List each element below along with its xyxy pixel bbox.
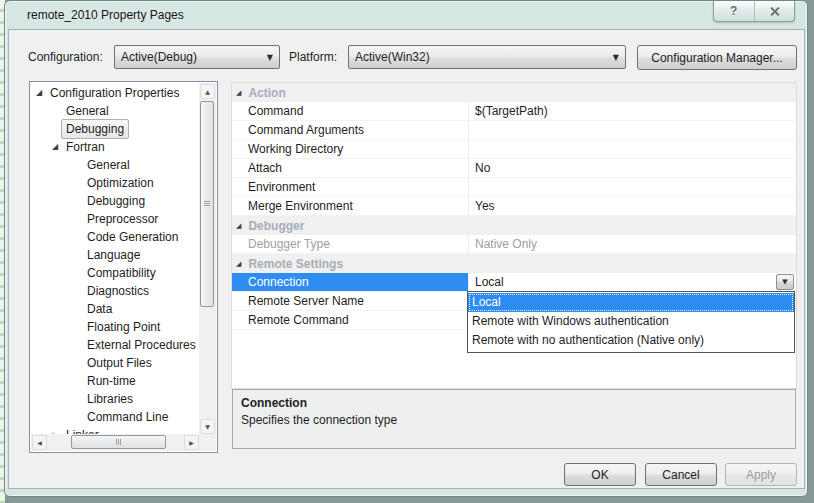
grid-row-merge-environment[interactable]: Merge EnvironmentYes — [232, 197, 796, 216]
chevron-down-icon: ▼ — [267, 53, 273, 62]
grid-row-debugger-type[interactable]: Debugger TypeNative Only — [232, 235, 796, 254]
grid-row-attach[interactable]: AttachNo — [232, 159, 796, 178]
caption-buttons: ? — [713, 1, 795, 22]
description-pane: Connection Specifies the connection type — [232, 389, 796, 449]
grid-label: Debugger Type — [232, 235, 468, 253]
tree-item-external-procedures[interactable]: External Procedures — [31, 336, 199, 354]
tree-item-configuration-properties[interactable]: ◢Configuration Properties — [31, 84, 199, 102]
platform-combobox[interactable]: Active(Win32) ▼ — [348, 45, 626, 69]
close-button[interactable] — [754, 1, 795, 21]
platform-label: Platform: — [289, 45, 337, 69]
chevron-down-icon: ▼ — [613, 53, 619, 62]
tree-item-diagnostics[interactable]: Diagnostics — [31, 282, 199, 300]
grid-label: Remote Server Name — [232, 292, 468, 310]
configuration-combobox-value: Active(Debug) — [121, 50, 197, 64]
tree-item-label: Run-time — [87, 372, 136, 390]
configuration-manager-button[interactable]: Configuration Manager... — [637, 45, 797, 70]
tree-item-label: Libraries — [87, 390, 133, 408]
collapsed-triangle-icon[interactable]: ▷ — [52, 426, 66, 434]
grid-value[interactable] — [468, 178, 796, 196]
tree-item-label: Output Files — [87, 354, 152, 372]
tree-rows: ◢Configuration PropertiesGeneralDebuggin… — [31, 84, 199, 434]
help-button[interactable]: ? — [714, 1, 754, 21]
horizontal-scrollbar-thumb[interactable] — [71, 435, 166, 449]
grid-value[interactable]: Native Only — [468, 235, 796, 253]
scroll-up-icon[interactable]: ▲ — [200, 84, 215, 99]
connection-dropdown-list: LocalRemote with Windows authenticationR… — [467, 291, 795, 353]
tree-item-floating-point[interactable]: Floating Point — [31, 318, 199, 336]
grid-value[interactable]: No — [468, 159, 796, 177]
grid-label: ◢Action — [232, 83, 468, 102]
configuration-label: Configuration: — [28, 45, 103, 69]
grid-label: Command — [232, 102, 468, 120]
tree-item-label: Floating Point — [87, 318, 160, 336]
grid-row-working-directory[interactable]: Working Directory — [232, 140, 796, 159]
tree-item-label: Code Generation — [87, 228, 178, 246]
tree-vertical-scrollbar[interactable]: ▲ ▼ — [199, 83, 216, 435]
tree-item-label: External Procedures — [87, 336, 196, 354]
tree-item-label: Debugging — [61, 119, 129, 139]
grid-row-connection[interactable]: ConnectionLocal▼ — [232, 273, 796, 292]
tree-item-optimization[interactable]: Optimization — [31, 174, 199, 192]
tree-item-debugging[interactable]: Debugging — [31, 120, 199, 138]
tree-item-output-files[interactable]: Output Files — [31, 354, 199, 372]
grid-value[interactable]: Local▼ — [468, 273, 796, 291]
tree-item-label: Configuration Properties — [50, 84, 179, 102]
tree-item-code-generation[interactable]: Code Generation — [31, 228, 199, 246]
tree-item-label: Data — [87, 300, 112, 318]
screen: remote_2010 Property Pages ? Configurati… — [0, 0, 814, 503]
grid-value[interactable] — [468, 121, 796, 139]
grid-value[interactable] — [468, 140, 796, 158]
expanded-triangle-icon[interactable]: ◢ — [36, 84, 50, 102]
window-title: remote_2010 Property Pages — [27, 8, 184, 22]
tree-item-libraries[interactable]: Libraries — [31, 390, 199, 408]
property-pages-window: remote_2010 Property Pages ? Configurati… — [4, 0, 808, 497]
tree-item-label: Preprocessor — [87, 210, 158, 228]
scroll-right-icon[interactable]: ▶ — [184, 435, 199, 450]
tree-item-fortran[interactable]: ◢Fortran — [31, 138, 199, 156]
tree-item-language[interactable]: Language — [31, 246, 199, 264]
grid-row-command-arguments[interactable]: Command Arguments — [232, 121, 796, 140]
tree-item-label: Language — [87, 246, 140, 264]
tree-item-label: Compatibility — [87, 264, 156, 282]
grid-row-command[interactable]: Command$(TargetPath) — [232, 102, 796, 121]
vertical-scrollbar-thumb[interactable] — [200, 101, 214, 307]
grid-value[interactable]: Yes — [468, 197, 796, 215]
grid-label: ◢Remote Settings — [232, 254, 468, 273]
description-title: Connection — [241, 396, 787, 410]
tree-horizontal-scrollbar[interactable]: ◀ ▶ — [31, 434, 200, 451]
tree-item-run-time[interactable]: Run-time — [31, 372, 199, 390]
tree-item-label: Diagnostics — [87, 282, 149, 300]
grid-section-debugger[interactable]: ◢Debugger — [232, 216, 796, 235]
tree-item-preprocessor[interactable]: Preprocessor — [31, 210, 199, 228]
grid-section-action[interactable]: ◢Action — [232, 83, 796, 102]
tree-item-debugging[interactable]: Debugging — [31, 192, 199, 210]
expanded-triangle-icon[interactable]: ◢ — [52, 138, 66, 156]
expanded-triangle-icon[interactable]: ◢ — [236, 217, 241, 235]
tree-item-compatibility[interactable]: Compatibility — [31, 264, 199, 282]
scroll-down-icon[interactable]: ▼ — [200, 419, 215, 434]
expanded-triangle-icon[interactable]: ◢ — [236, 84, 241, 102]
dropdown-button[interactable]: ▼ — [776, 274, 794, 290]
cancel-button[interactable]: Cancel — [645, 463, 717, 486]
dropdown-option-local[interactable]: Local — [468, 293, 794, 312]
ok-button[interactable]: OK — [564, 463, 636, 486]
scroll-left-icon[interactable]: ◀ — [32, 435, 47, 450]
configuration-combobox[interactable]: Active(Debug) ▼ — [114, 45, 280, 69]
tree-item-label: Fortran — [66, 138, 105, 156]
dropdown-option-remote-with-windows-authentication[interactable]: Remote with Windows authentication — [468, 312, 794, 331]
tree-item-general[interactable]: General — [31, 156, 199, 174]
grid-label: Working Directory — [232, 140, 468, 158]
dropdown-option-remote-with-no-authentication-native-only-[interactable]: Remote with no authentication (Native on… — [468, 331, 794, 350]
grid-value[interactable]: $(TargetPath) — [468, 102, 796, 120]
expanded-triangle-icon[interactable]: ◢ — [236, 255, 241, 273]
grid-row-environment[interactable]: Environment — [232, 178, 796, 197]
grid-label: Connection — [232, 273, 468, 291]
tree-item-linker[interactable]: ▷Linker — [31, 426, 199, 434]
tree-item-data[interactable]: Data — [31, 300, 199, 318]
tree-item-command-line[interactable]: Command Line — [31, 408, 199, 426]
grid-label: Merge Environment — [232, 197, 468, 215]
tree-item-label: Debugging — [87, 192, 145, 210]
tree-item-general[interactable]: General — [31, 102, 199, 120]
grid-section-remote-settings[interactable]: ◢Remote Settings — [232, 254, 796, 273]
